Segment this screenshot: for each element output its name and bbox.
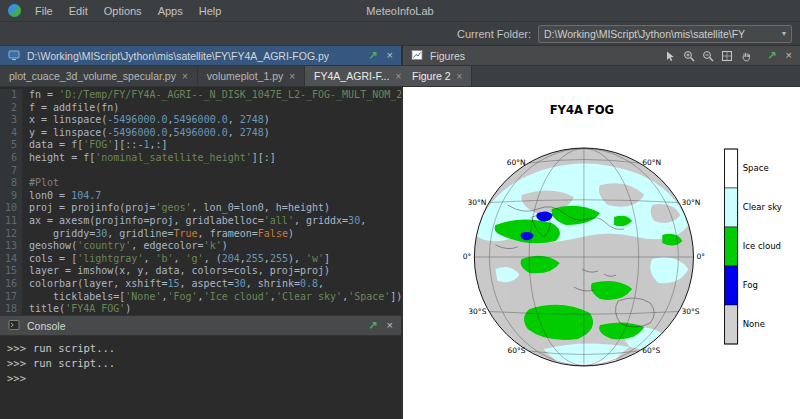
pan-hand-icon[interactable]	[740, 50, 752, 62]
menu-item-file[interactable]: File	[27, 3, 61, 19]
editor-tab[interactable]: volumeplot_1.py×	[198, 66, 305, 86]
console-line: >>>run script...	[7, 356, 394, 371]
colorbar-label: Clear sky	[743, 203, 782, 213]
line-number: 12	[0, 228, 22, 241]
lat-label: 30°S	[468, 307, 486, 316]
console-panel: Console ↗ × >>>run script...>>>run scrip…	[0, 315, 401, 419]
menu-bar: MeteoInfoLab File Edit Options Apps Help	[0, 0, 800, 22]
tab-close-icon[interactable]: ×	[182, 71, 188, 82]
code-text: ticklabels=['None','Fog','Ice cloud','Cl…	[22, 291, 401, 304]
figures-tab-bar: Figure 2 ×	[403, 66, 800, 87]
figures-float-icon[interactable]: ↗	[765, 50, 778, 61]
colorbar-label: Fog	[743, 281, 758, 291]
combo-dropdown-arrow-icon[interactable]: ▾	[782, 29, 786, 38]
console-panel-titlebar[interactable]: Console ↗ ×	[0, 316, 401, 336]
code-text: proj = projinfo(proj='geos', lon_0=lon0,…	[22, 202, 330, 215]
code-line: 18title('FY4A FOG')	[0, 303, 401, 315]
menu-item-options[interactable]: Options	[96, 3, 150, 19]
line-number: 2	[0, 102, 22, 115]
line-number: 13	[0, 240, 22, 253]
code-text: geoshow('country', edgecolor='k')	[22, 240, 228, 253]
tab-close-icon[interactable]: ×	[395, 71, 401, 82]
line-number: 11	[0, 215, 22, 228]
code-line: 1fn = 'D:/Temp/FY/FY4A-_AGRI--_N_DISK_10…	[0, 89, 401, 102]
menu-item-edit[interactable]: Edit	[61, 3, 96, 19]
editor-panel-titlebar[interactable]: D:\Working\MIScript\Jython\mis\satellite…	[0, 46, 401, 66]
lat-label: 0°	[696, 253, 705, 262]
code-text: fn = 'D:/Temp/FY/FY4A-_AGRI--_N_DISK_104…	[22, 89, 401, 102]
menu-item-help[interactable]: Help	[191, 3, 230, 19]
lat-label: 30°N	[681, 198, 700, 207]
lat-label: 0°	[463, 253, 472, 262]
code-line: 15layer = imshow(x, y, data, colors=cols…	[0, 265, 401, 278]
tab-label: volumeplot_1.py	[207, 70, 283, 82]
line-number: 6	[0, 152, 22, 165]
lat-label: 60°N	[507, 159, 526, 168]
console-line: >>>	[7, 371, 394, 386]
colorbar-label: Space	[743, 164, 769, 174]
main-split: D:\Working\MIScript\Jython\mis\satellite…	[0, 46, 800, 419]
code-text: data = f['FOG'][::-1,:]	[22, 139, 168, 152]
code-text: griddy=30, gridline=True, frameon=False)	[22, 228, 294, 241]
tab-label: FY4A_AGRI-F...	[314, 70, 389, 82]
editor-tab[interactable]: FY4A_AGRI-F...×	[305, 66, 411, 86]
code-line: 14cols = ['lightgray', 'b', 'g', (204,25…	[0, 253, 401, 266]
editor-tab-bar: plot_cuace_3d_volume_specular.py×volumep…	[0, 66, 401, 87]
select-arrow-icon[interactable]	[664, 50, 676, 62]
code-text: layer = imshow(x, y, data, colors=cols, …	[22, 265, 330, 278]
code-area[interactable]: 1fn = 'D:/Temp/FY/FY4A-_AGRI--_N_DISK_10…	[0, 87, 401, 315]
figures-panel-titlebar[interactable]: Figures	[403, 46, 800, 66]
tab-close-icon[interactable]: ×	[289, 71, 295, 82]
line-number: 5	[0, 139, 22, 152]
code-line: 17 ticklabels=['None','Fog','Ice cloud',…	[0, 291, 401, 304]
line-number: 18	[0, 303, 22, 315]
console-text: run script...	[33, 357, 115, 369]
console-text: run script...	[33, 342, 115, 354]
editor-close-icon[interactable]: ×	[385, 50, 395, 61]
console-float-icon[interactable]: ↗	[366, 320, 379, 331]
figures-icon	[409, 49, 425, 63]
lat-label: 60°S	[508, 347, 526, 356]
figure-tab-label: Figure 2	[412, 70, 451, 82]
figure-canvas[interactable]: FY4A FOG	[403, 87, 800, 419]
line-number: 14	[0, 253, 22, 266]
zoom-out-icon[interactable]	[702, 50, 714, 62]
line-number: 17	[0, 291, 22, 304]
line-number: 15	[0, 265, 22, 278]
console-prompt: >>>	[7, 342, 26, 354]
zoom-in-icon[interactable]	[683, 50, 695, 62]
colorbar-label: None	[743, 320, 765, 330]
full-extent-icon[interactable]	[721, 50, 733, 62]
code-text: x = linspace(-5496000.0,5496000.0, 2748)	[22, 114, 270, 127]
editor-tab[interactable]: plot_cuace_3d_volume_specular.py×	[0, 66, 198, 86]
code-line: 5data = f['FOG'][::-1,:]	[0, 139, 401, 152]
editor-float-icon[interactable]: ↗	[366, 50, 379, 61]
folder-bar: Current Folder: D:\Working\MIScript\Jyth…	[0, 22, 800, 46]
tab-label: plot_cuace_3d_volume_specular.py	[9, 70, 176, 82]
code-line: 11ax = axesm(projinfo=proj, gridlabelloc…	[0, 215, 401, 228]
code-text: #Plot	[22, 177, 59, 190]
figures-toolbar	[664, 50, 752, 62]
code-text: y = linspace(-5496000.0,5496000.0, 2748)	[22, 127, 270, 140]
code-text: f = addfile(fn)	[22, 102, 119, 115]
code-line: 13geoshow('country', edgecolor='k')	[0, 240, 401, 253]
figures-title: Figures	[430, 50, 465, 62]
line-number: 7	[0, 165, 22, 178]
console-body[interactable]: >>>run script...>>>run script...>>>	[0, 336, 401, 419]
colorbar-label: Ice cloud	[743, 242, 781, 252]
figures-close-icon[interactable]: ×	[784, 50, 794, 61]
menu-item-apps[interactable]: Apps	[150, 3, 191, 19]
figure-tab[interactable]: Figure 2 ×	[403, 66, 472, 86]
console-prompt: >>>	[7, 372, 26, 384]
line-number: 3	[0, 114, 22, 127]
code-text: cols = ['lightgray', 'b', 'g', (204,255,…	[22, 253, 330, 266]
console-close-icon[interactable]: ×	[385, 320, 395, 331]
current-folder-value: D:\Working\MIScript\Jython\mis\satellite…	[544, 28, 745, 40]
current-folder-combobox[interactable]: D:\Working\MIScript\Jython\mis\satellite…	[538, 25, 792, 43]
tab-close-icon[interactable]: ×	[457, 71, 463, 82]
current-folder-label: Current Folder:	[457, 28, 531, 40]
lat-label: 60°N	[642, 159, 661, 168]
code-line: 9lon0 = 104.7	[0, 190, 401, 203]
lat-label: 30°N	[467, 198, 486, 207]
code-line: 2f = addfile(fn)	[0, 102, 401, 115]
